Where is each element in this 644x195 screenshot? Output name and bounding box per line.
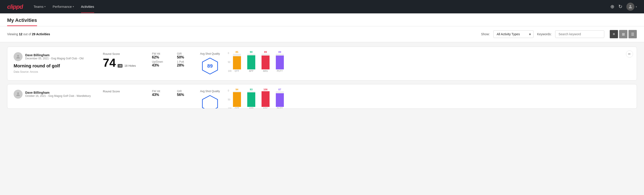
score-row: 74 +4 18 Holes: [103, 57, 152, 68]
gir-label: GIR: [177, 90, 196, 93]
viewing-count-text: Viewing 12 out of 29 Activities: [7, 32, 478, 36]
avatar: [14, 90, 22, 98]
bar-putt: 87 PUTT: [276, 88, 284, 109]
bar-putt: 89 PUTT: [276, 51, 284, 72]
grid-view-button[interactable]: ⊞: [619, 30, 628, 38]
detail-stats: FW Hit 62% GIR 50% Up/Down 43% 1 Putt 28…: [152, 52, 196, 68]
fw-hit-stat: FW Hit 62%: [152, 52, 172, 59]
shot-quality-chart: 100 50 0 85 OTT 90: [223, 52, 630, 72]
user-chevron-icon: ▾: [636, 6, 637, 8]
gir-stat: GIR 50%: [177, 52, 196, 59]
bar-arg-fill: [262, 56, 270, 70]
add-activity-button[interactable]: ⊕: [610, 4, 614, 10]
holes-text: 18 Holes: [124, 64, 136, 68]
list-detail-view-button[interactable]: ☰: [628, 30, 637, 38]
bar-putt-container: [276, 54, 284, 70]
score-badge: +4: [118, 64, 123, 68]
activity-title: Morning round of golf: [14, 63, 103, 68]
chart-bars: 85 OTT 90 APP: [233, 52, 284, 72]
avatar: [626, 3, 634, 11]
bar-ott-fill: [233, 56, 241, 70]
bar-arg-container: [262, 54, 270, 70]
gir-value: 50%: [177, 55, 196, 59]
svg-point-0: [630, 5, 631, 7]
one-putt-value: 28%: [177, 63, 196, 68]
quality-score: 89: [207, 63, 213, 69]
svg-marker-4: [202, 96, 218, 109]
quality-label: Avg Shot Quality: [200, 52, 220, 55]
filter-bar: Viewing 12 out of 29 Activities Show: Al…: [0, 26, 644, 42]
quality-label: Avg Shot Quality: [200, 90, 220, 93]
up-down-stat: Up/Down 43%: [152, 60, 172, 68]
bar-ott-container: [233, 54, 241, 70]
svg-point-1: [17, 55, 19, 57]
logo[interactable]: clippd: [7, 3, 23, 10]
bar-ott-label: OTT: [235, 70, 239, 72]
nav-right: ⊕ ↻ ▾: [610, 3, 637, 11]
score-value: 74: [103, 57, 116, 68]
user-date: December 05, 2021 - Gog Magog Golf Club …: [25, 57, 84, 60]
detail-stats: FW Hit 43% GIR 56%: [152, 90, 196, 97]
avatar: [14, 52, 22, 61]
nav-performance[interactable]: Performance ▾: [53, 1, 74, 13]
fw-hit-label: FW Hit: [152, 90, 172, 93]
user-row: Dave Billingham December 05, 2021 - Gog …: [14, 52, 103, 61]
user-info: Dave Billingham October 16, 2021 - Gog M…: [25, 91, 91, 98]
show-label: Show:: [481, 32, 490, 36]
activity-type-select-wrapper[interactable]: All Activity Types: [494, 30, 534, 38]
gir-stat: GIR 56%: [177, 90, 196, 97]
view-toggle: ≡ ⊞ ☰: [610, 30, 637, 38]
nav-teams[interactable]: Teams ▾: [34, 1, 46, 13]
user-name: Dave Billingham: [25, 91, 91, 94]
user-menu[interactable]: ▾: [626, 3, 637, 11]
performance-chevron-icon: ▾: [73, 5, 74, 8]
round-score-label: Round Score: [103, 90, 152, 93]
teams-chevron-icon: ▾: [44, 5, 46, 8]
bar-app-container: [247, 54, 255, 70]
bar-putt-fill: [276, 56, 284, 70]
gir-label: GIR: [177, 52, 196, 55]
data-source: Data Source: Arccos: [14, 70, 103, 74]
chart-y-axis: 100 50 0: [228, 90, 232, 109]
user-row: Dave Billingham October 16, 2021 - Gog M…: [14, 90, 103, 98]
gir-value: 56%: [177, 93, 196, 97]
bar-app: 90 APP: [247, 51, 255, 72]
page-title: My Activities: [7, 18, 37, 26]
bar-ott: 85 OTT: [233, 51, 241, 72]
chart-y-axis: 100 50 0: [228, 52, 232, 72]
bar-arg-value: 89: [264, 51, 267, 53]
nav-activities[interactable]: Activities: [81, 1, 94, 13]
bar-arg: 106 ARG: [262, 88, 270, 109]
user-info: Dave Billingham December 05, 2021 - Gog …: [25, 53, 84, 60]
bar-ott-value: 85: [236, 51, 238, 53]
search-input[interactable]: [555, 30, 604, 38]
edit-button[interactable]: ✏: [626, 50, 633, 58]
user-name: Dave Billingham: [25, 53, 84, 57]
fw-hit-value: 62%: [152, 55, 172, 59]
round-score-section: Round Score 74 +4 18 Holes: [103, 52, 152, 70]
fw-hit-stat: FW Hit 43%: [152, 90, 172, 97]
bar-app-label: APP: [249, 70, 254, 72]
bar-app-value: 90: [250, 51, 252, 53]
card-left: Dave Billingham December 05, 2021 - Gog …: [14, 52, 103, 74]
quality-hexagon: [201, 94, 219, 109]
page-header: My Activities: [0, 14, 644, 26]
round-score-label: Round Score: [103, 52, 152, 56]
bar-ott: 94 OTT: [233, 88, 241, 109]
bar-arg-label: ARG: [263, 70, 268, 72]
one-putt-label: 1 Putt: [177, 60, 196, 63]
up-down-label: Up/Down: [152, 60, 172, 63]
activity-card: Dave Billingham October 16, 2021 - Gog M…: [7, 84, 637, 109]
activity-card: ✏ Dave Billingham December 05, 2021 - Go…: [7, 47, 637, 80]
round-score-section: Round Score: [103, 90, 152, 94]
activity-type-select[interactable]: All Activity Types: [494, 30, 534, 38]
svg-point-3: [17, 92, 19, 94]
bar-arg: 89 ARG: [262, 51, 270, 72]
chart-bars: 94 OTT 93 APP 106: [233, 90, 284, 109]
list-compact-view-button[interactable]: ≡: [610, 30, 618, 38]
bar-app-fill: [247, 55, 255, 70]
up-down-value: 43%: [152, 63, 172, 68]
fw-hit-value: 43%: [152, 93, 172, 97]
refresh-button[interactable]: ↻: [618, 4, 622, 10]
shot-quality-chart: 100 50 0 94 OTT 93: [223, 90, 630, 109]
